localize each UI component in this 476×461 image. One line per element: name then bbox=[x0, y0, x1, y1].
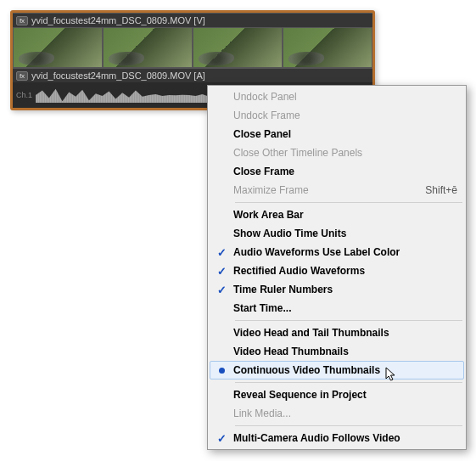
channel-label: Ch.1 bbox=[16, 91, 32, 99]
menu-maximize-frame: Maximize Frame Shift+ē bbox=[210, 181, 464, 200]
video-thumbnail bbox=[13, 27, 103, 68]
menu-accelerator: Shift+ē bbox=[415, 184, 457, 196]
radio-selected-icon bbox=[219, 368, 225, 374]
checkmark-icon: ✓ bbox=[217, 265, 227, 278]
menu-link-media: Link Media... bbox=[210, 404, 464, 423]
menu-audio-waveforms-use-label-color[interactable]: ✓ Audio Waveforms Use Label Color bbox=[210, 243, 464, 261]
menu-multicam-audio-follows-video[interactable]: ✓ Multi-Camera Audio Follows Video bbox=[210, 429, 464, 447]
menu-close-frame[interactable]: Close Frame bbox=[210, 162, 464, 181]
menu-video-head-thumbnails[interactable]: Video Head Thumbnails bbox=[210, 342, 464, 361]
menu-reveal-sequence-in-project[interactable]: Reveal Sequence in Project bbox=[210, 385, 464, 404]
menu-undock-panel: Undock Panel bbox=[210, 87, 464, 106]
fx-badge-icon: fx bbox=[16, 71, 28, 81]
menu-separator bbox=[235, 425, 462, 426]
video-thumbnail-strip[interactable] bbox=[13, 27, 372, 68]
menu-separator bbox=[235, 202, 462, 203]
video-track-header[interactable]: fx yvid_focustest24mm_DSC_0809.MOV [V] bbox=[13, 13, 372, 27]
audio-track-label: yvid_focustest24mm_DSC_0809.MOV [A] bbox=[31, 70, 205, 81]
menu-close-panel[interactable]: Close Panel bbox=[210, 125, 464, 143]
video-thumbnail bbox=[193, 27, 283, 68]
checkmark-icon: ✓ bbox=[217, 246, 227, 259]
menu-separator bbox=[235, 382, 462, 383]
audio-track-header[interactable]: fx yvid_focustest24mm_DSC_0809.MOV [A] bbox=[13, 68, 372, 82]
menu-show-audio-time-units[interactable]: Show Audio Time Units bbox=[210, 224, 464, 243]
checkmark-icon: ✓ bbox=[217, 284, 227, 296]
menu-rectified-audio-waveforms[interactable]: ✓ Rectified Audio Waveforms bbox=[210, 261, 464, 280]
video-track-label: yvid_focustest24mm_DSC_0809.MOV [V] bbox=[31, 15, 205, 25]
menu-video-head-and-tail-thumbnails[interactable]: Video Head and Tail Thumbnails bbox=[210, 323, 464, 342]
video-thumbnail bbox=[103, 27, 193, 68]
menu-work-area-bar[interactable]: Work Area Bar bbox=[210, 205, 464, 224]
checkmark-icon: ✓ bbox=[217, 432, 227, 445]
menu-separator bbox=[235, 320, 462, 321]
menu-continuous-video-thumbnails[interactable]: Continuous Video Thumbnails bbox=[210, 361, 464, 379]
menu-time-ruler-numbers[interactable]: ✓ Time Ruler Numbers bbox=[210, 280, 464, 299]
fx-badge-icon: fx bbox=[16, 16, 28, 25]
menu-start-time[interactable]: Start Time... bbox=[210, 299, 464, 318]
menu-close-other-timeline-panels: Close Other Timeline Panels bbox=[210, 143, 464, 162]
timeline-context-menu: Undock Panel Undock Frame Close Panel Cl… bbox=[207, 85, 467, 450]
video-thumbnail bbox=[283, 27, 372, 68]
menu-undock-frame: Undock Frame bbox=[210, 106, 464, 125]
